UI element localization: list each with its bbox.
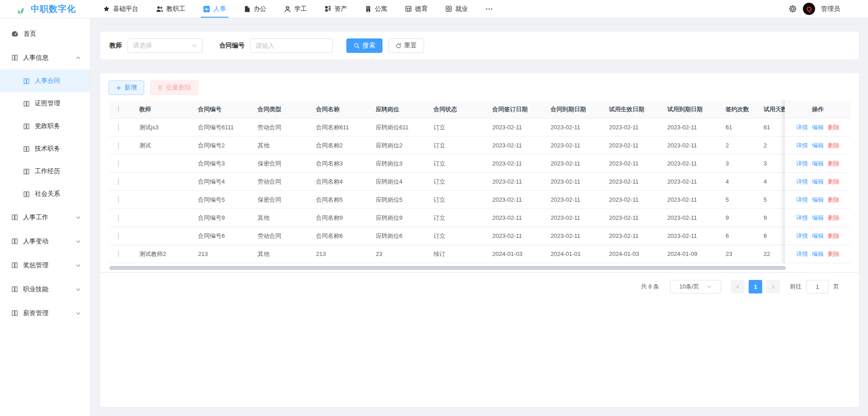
settings-gear-icon[interactable] bbox=[788, 5, 797, 13]
sidebar-item-0[interactable]: 首页 bbox=[0, 22, 90, 46]
cell-position: 应聘岗位3 bbox=[371, 160, 429, 168]
table-row[interactable]: 合同编号9其他合同名称9应聘岗位9订立2023-02-112023-02-112… bbox=[108, 209, 851, 227]
pagination-total: 共 8 条 bbox=[641, 283, 659, 291]
sidebar-item-4[interactable]: 党政职务 bbox=[0, 115, 90, 137]
sidebar-item-8[interactable]: 人事工作 bbox=[0, 205, 90, 229]
cell-sign_date: 2023-02-11 bbox=[488, 160, 546, 167]
delete-link[interactable]: 删除 bbox=[828, 178, 840, 186]
delete-link[interactable]: 删除 bbox=[828, 214, 840, 222]
cell-sign_date: 2023-02-11 bbox=[488, 232, 546, 239]
brand[interactable]: 中职数字化 bbox=[0, 3, 90, 15]
reset-button[interactable]: 重置 bbox=[388, 38, 424, 53]
edit-link[interactable]: 编辑 bbox=[812, 123, 824, 132]
sidebar-item-10[interactable]: 奖惩管理 bbox=[0, 253, 90, 277]
user-avatar[interactable]: Q bbox=[803, 3, 815, 15]
goto-page-input[interactable] bbox=[806, 280, 829, 293]
detail-link[interactable]: 详情 bbox=[796, 160, 808, 168]
row-checkbox[interactable] bbox=[118, 160, 119, 167]
horizontal-scrollbar-thumb[interactable] bbox=[109, 266, 786, 270]
cell-type: 其他 bbox=[253, 250, 311, 258]
row-checkbox[interactable] bbox=[118, 251, 119, 257]
cell-sign_count: 9 bbox=[721, 214, 759, 221]
row-checkbox-cell bbox=[108, 124, 135, 131]
edit-link[interactable]: 编辑 bbox=[812, 196, 824, 204]
topnav-item-7[interactable]: 德育 bbox=[405, 0, 428, 18]
table-row[interactable]: 合同编号5保密合同合同名称5应聘岗位5订立2023-02-112023-02-1… bbox=[108, 191, 851, 209]
cell-contract_no: 合同编号4 bbox=[193, 178, 253, 186]
topnav-item-0[interactable]: 基础平台 bbox=[103, 0, 138, 18]
table-row[interactable]: 测试js3合同编号6111劳动合同合同名称611应聘岗位611订立2023-02… bbox=[108, 118, 851, 137]
topnav-item-3[interactable]: 办公 bbox=[244, 0, 266, 18]
cell-sign_count: 2 bbox=[721, 142, 759, 149]
logo-leaf-icon bbox=[15, 3, 27, 15]
table-row[interactable]: 合同编号4劳动合同合同名称4应聘岗位4订立2023-02-112023-02-1… bbox=[108, 173, 851, 191]
sidebar-item-1[interactable]: 人事信息 bbox=[0, 46, 90, 70]
sidebar-item-12[interactable]: 薪资管理 bbox=[0, 301, 90, 325]
sidebar-item-label: 薪资管理 bbox=[23, 309, 48, 317]
sidebar-item-6[interactable]: 工作经历 bbox=[0, 160, 90, 183]
edit-link[interactable]: 编辑 bbox=[812, 142, 824, 150]
detail-link[interactable]: 详情 bbox=[796, 178, 808, 186]
sidebar-item-2[interactable]: 人事合同 bbox=[0, 70, 90, 92]
delete-link[interactable]: 删除 bbox=[828, 123, 840, 132]
cell-status: 订立 bbox=[429, 160, 488, 168]
dashboard-icon bbox=[11, 30, 19, 38]
delete-link[interactable]: 删除 bbox=[828, 196, 840, 204]
edit-link[interactable]: 编辑 bbox=[812, 214, 824, 222]
row-checkbox[interactable] bbox=[118, 124, 119, 131]
topnav-item-2[interactable]: 人事 bbox=[203, 0, 226, 18]
detail-link[interactable]: 详情 bbox=[796, 142, 808, 150]
detail-link[interactable]: 详情 bbox=[796, 196, 808, 204]
table-row[interactable]: 合同编号6劳动合同合同名称6应聘岗位6订立2023-02-112023-02-1… bbox=[108, 227, 851, 245]
topnav-item-5[interactable]: 资产 bbox=[325, 0, 347, 18]
select-all-checkbox[interactable] bbox=[118, 106, 119, 113]
edit-link[interactable]: 编辑 bbox=[812, 232, 824, 240]
table-row[interactable]: 测试教师2213其他21323续订2024-01-032024-01-01202… bbox=[108, 245, 851, 263]
row-actions: 详情编辑删除 bbox=[785, 245, 851, 263]
sidebar-item-3[interactable]: 证照管理 bbox=[0, 92, 90, 115]
topnav-item-8[interactable]: 就业 bbox=[445, 0, 468, 18]
detail-link[interactable]: 详情 bbox=[796, 232, 808, 240]
topnav-item-6[interactable]: 公寓 bbox=[365, 0, 387, 18]
add-button[interactable]: 新增 bbox=[108, 80, 144, 95]
teacher-select[interactable]: 请选择 bbox=[127, 38, 203, 53]
sidebar-item-9[interactable]: 人事变动 bbox=[0, 229, 90, 253]
detail-link[interactable]: 详情 bbox=[796, 214, 808, 222]
prev-page-button[interactable] bbox=[731, 280, 745, 293]
batch-delete-button[interactable]: 批量删除 bbox=[150, 80, 198, 95]
cell-contract_no: 合同编号9 bbox=[193, 214, 253, 222]
user-name[interactable]: 管理员 bbox=[821, 5, 840, 13]
app-title: 中职数字化 bbox=[31, 3, 76, 15]
edit-link[interactable]: 编辑 bbox=[812, 178, 824, 186]
row-checkbox[interactable] bbox=[118, 196, 119, 203]
detail-link[interactable]: 详情 bbox=[796, 123, 808, 132]
row-checkbox[interactable] bbox=[118, 178, 119, 185]
topnav-item-1[interactable]: 教职工 bbox=[156, 0, 185, 18]
search-button[interactable]: 搜索 bbox=[346, 38, 382, 53]
contract-no-input[interactable] bbox=[250, 38, 333, 53]
row-checkbox[interactable] bbox=[118, 142, 119, 149]
row-checkbox[interactable] bbox=[118, 214, 119, 221]
current-page-button[interactable]: 1 bbox=[749, 280, 762, 293]
sidebar-item-5[interactable]: 技术职务 bbox=[0, 137, 90, 160]
detail-link[interactable]: 详情 bbox=[796, 250, 808, 258]
sidebar-item-11[interactable]: 职业技能 bbox=[0, 277, 90, 301]
topnav-item-9[interactable] bbox=[486, 0, 496, 18]
delete-link[interactable]: 删除 bbox=[828, 232, 840, 240]
cell-trial_end: 2023-02-11 bbox=[663, 124, 721, 131]
table-row[interactable]: 测试合同编号2其他合同名称2应聘岗位2订立2023-02-112023-02-1… bbox=[108, 137, 851, 155]
delete-link[interactable]: 删除 bbox=[828, 142, 840, 150]
sidebar-item-7[interactable]: 社会关系 bbox=[0, 183, 90, 205]
delete-link[interactable]: 删除 bbox=[828, 160, 840, 168]
edit-link[interactable]: 编辑 bbox=[812, 160, 824, 168]
delete-link[interactable]: 删除 bbox=[828, 250, 840, 258]
book-icon bbox=[23, 78, 30, 85]
edit-link[interactable]: 编辑 bbox=[812, 250, 824, 258]
cell-trial_end: 2023-02-11 bbox=[663, 214, 721, 221]
page-size-select[interactable]: 10条/页 bbox=[670, 280, 721, 293]
cell-sign_count: 5 bbox=[721, 196, 759, 203]
row-checkbox[interactable] bbox=[118, 232, 119, 239]
next-page-button[interactable] bbox=[766, 280, 780, 293]
topnav-item-4[interactable]: 学工 bbox=[284, 0, 307, 18]
table-row[interactable]: 合同编号3保密合同合同名称3应聘岗位3订立2023-02-112023-02-1… bbox=[108, 155, 851, 173]
